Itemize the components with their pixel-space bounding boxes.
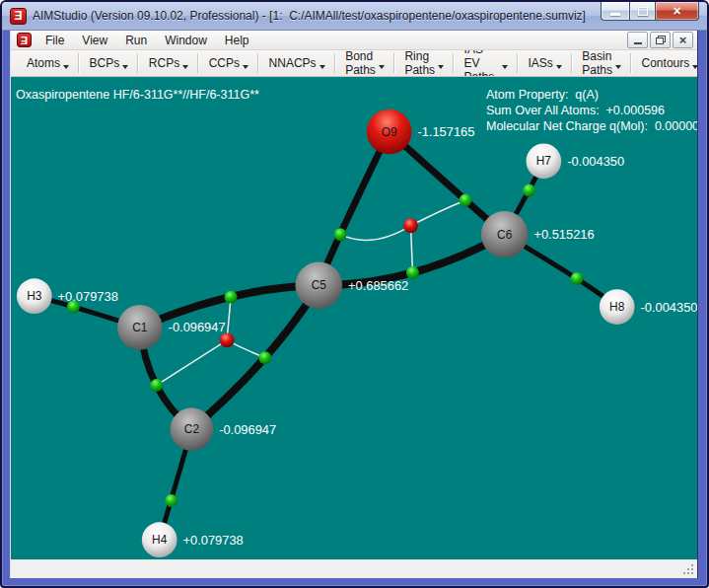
toolbar-button-basin-paths[interactable]: Basin Paths: [571, 50, 630, 76]
sum-over-atoms-line: Sum Over All Atoms: +0.000596: [486, 103, 697, 118]
toolbar-button-label: Atoms: [27, 56, 60, 70]
toolbar-button-label: Basin Paths: [582, 50, 612, 77]
toolbar-button-label: BCPs: [90, 56, 120, 70]
rcp[interactable]: [403, 218, 418, 233]
atom-charge-H7: -0.004350: [567, 154, 624, 169]
toolbar-button-ring-paths[interactable]: Ring Paths: [393, 50, 453, 76]
caption-buttons: ×: [601, 2, 699, 21]
statusbar: [11, 559, 697, 578]
system-title: Oxaspiropentene HF/6-311G**//HF/6-311G**: [16, 88, 259, 102]
mdi-restore-button[interactable]: [650, 32, 671, 48]
bcp[interactable]: [334, 228, 347, 241]
bond-O9-C5: [319, 132, 389, 286]
toolbar-button-label: Bond Paths: [345, 50, 376, 77]
atom-label-H3: H3: [27, 289, 42, 303]
net-charge-line: Molecular Net Charge q(Mol): 0.000000: [486, 118, 697, 134]
atom-charge-C1: -0.096947: [169, 320, 226, 334]
menu-file[interactable]: File: [36, 32, 73, 49]
atom-charge-H3: +0.079738: [58, 289, 118, 304]
toolbar-button-nnacps[interactable]: NNACPs: [258, 50, 334, 76]
mdi-close-icon: ×: [679, 34, 687, 46]
client-area: Ǝ FileViewRunWindowHelp × AtomsBCPsRCPsC…: [10, 31, 698, 578]
atom-charge-C5: +0.685662: [348, 278, 408, 293]
atom-charge-H8: -0.004350: [640, 300, 697, 315]
minimize-button[interactable]: [601, 2, 629, 21]
ring-path: [411, 200, 466, 226]
atom-label-C5: C5: [312, 278, 327, 292]
toolbar-button-iass[interactable]: IASs: [517, 50, 570, 76]
bcp[interactable]: [258, 351, 271, 364]
toolbar-button-contours[interactable]: Contours: [631, 50, 697, 76]
dropdown-arrow-icon: [182, 65, 188, 69]
mdi-close-button[interactable]: ×: [673, 32, 693, 48]
atom-label-C1: C1: [132, 321, 148, 334]
dropdown-arrow-icon: [438, 65, 444, 69]
close-button[interactable]: ×: [656, 2, 699, 21]
atom-label-O9: O9: [382, 125, 397, 139]
mdi-minimize-icon: [634, 42, 642, 44]
rcp[interactable]: [220, 332, 235, 347]
dropdown-arrow-icon: [556, 65, 562, 69]
minimize-icon: [610, 13, 620, 16]
bcp[interactable]: [460, 194, 472, 207]
bcp[interactable]: [571, 272, 584, 285]
dropdown-arrow-icon: [319, 65, 325, 69]
bcp[interactable]: [523, 184, 535, 197]
viewport-3d[interactable]: O9-1.157165H7-0.004350C6+0.515216H8-0.00…: [11, 77, 697, 559]
toolbar-button-label: IASs: [528, 56, 552, 70]
atom-label-C6: C6: [497, 228, 513, 242]
mdi-restore-icon: [656, 36, 666, 44]
app-window: Ǝ AIMStudio (Version 09.10.02, Professio…: [0, 0, 709, 588]
dropdown-arrow-icon: [379, 65, 385, 69]
toolbar-items: AtomsBCPsRCPsCCPsNNACPsBond PathsRing Pa…: [16, 50, 697, 76]
app-icon[interactable]: Ǝ: [10, 8, 27, 25]
toolbar-button-atoms[interactable]: Atoms: [16, 50, 78, 76]
atom-charge-H4: +0.079738: [182, 533, 243, 548]
close-icon: ×: [673, 4, 680, 18]
bcp[interactable]: [150, 379, 163, 392]
molecule-canvas[interactable]: O9-1.157165H7-0.004350C6+0.515216H8-0.00…: [11, 77, 697, 559]
maximize-button[interactable]: [629, 2, 656, 21]
menu-run[interactable]: Run: [116, 32, 156, 49]
document-icon[interactable]: Ǝ: [17, 33, 32, 47]
menu-view[interactable]: View: [73, 32, 116, 49]
ring-path: [340, 226, 410, 241]
toolbar-button-bcps[interactable]: BCPs: [79, 50, 138, 76]
toolbar-button-bond-paths[interactable]: Bond Paths: [334, 50, 393, 76]
menu-window[interactable]: Window: [156, 32, 216, 49]
atom-charge-O9: -1.157165: [417, 124, 474, 139]
dropdown-arrow-icon: [63, 65, 69, 69]
dropdown-arrow-icon: [122, 65, 128, 69]
menubar: Ǝ FileViewRunWindowHelp ×: [11, 31, 697, 50]
bcp[interactable]: [225, 291, 238, 304]
window-title: AIMStudio (Version 09.10.02, Professiona…: [33, 9, 586, 23]
toolbar-button-label: CCPs: [209, 56, 240, 70]
toolbar-button-ias-ev-paths[interactable]: IAS EV Paths: [454, 50, 517, 76]
menu-items: FileViewRunWindowHelp: [36, 32, 258, 49]
dropdown-arrow-icon: [502, 65, 508, 69]
atom-label-H4: H4: [152, 533, 168, 547]
resize-grip[interactable]: [683, 564, 685, 566]
atom-label-C2: C2: [184, 422, 200, 436]
maximize-icon: [638, 7, 648, 16]
mdi-buttons: ×: [627, 32, 693, 48]
atom-label-H8: H8: [609, 300, 625, 314]
bond-C2-C5: [191, 285, 319, 429]
atom-property-info: Atom Property: q(A) Sum Over All Atoms: …: [486, 87, 697, 134]
toolbar-button-label: NNACPs: [269, 56, 317, 70]
toolbar: AtomsBCPsRCPsCCPsNNACPsBond PathsRing Pa…: [11, 50, 697, 77]
mdi-minimize-button[interactable]: [627, 32, 648, 48]
atom-label-H7: H7: [536, 154, 552, 168]
titlebar[interactable]: Ǝ AIMStudio (Version 09.10.02, Professio…: [2, 2, 707, 31]
ring-path: [157, 340, 227, 386]
atom-property-line: Atom Property: q(A): [486, 87, 697, 103]
toolbar-button-rcps[interactable]: RCPs: [138, 50, 197, 76]
menu-help[interactable]: Help: [216, 32, 258, 49]
toolbar-button-ccps[interactable]: CCPs: [198, 50, 257, 76]
bcp[interactable]: [165, 494, 177, 507]
atom-charge-C6: +0.515216: [533, 227, 594, 242]
dropdown-arrow-icon: [615, 65, 621, 69]
toolbar-button-label: Contours: [642, 56, 690, 70]
dropdown-arrow-icon: [243, 65, 248, 69]
dropdown-arrow-icon: [692, 65, 697, 69]
